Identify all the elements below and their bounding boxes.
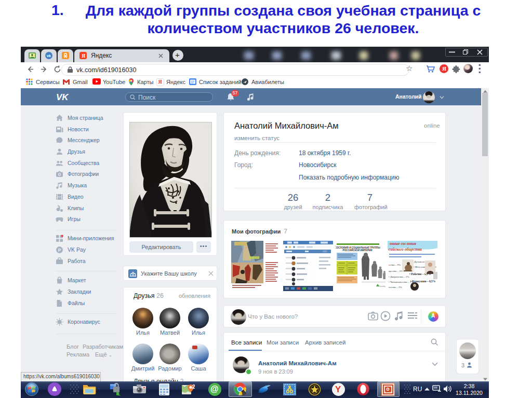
svg-text:• Дворянство – 2%: • Дворянство – 2% <box>389 276 409 278</box>
svg-text:vk: vk <box>47 54 51 58</box>
svg-text:2: 2 <box>192 384 195 390</box>
svg-text:овные сословия: овные сословия <box>390 241 416 246</box>
svg-text:РОССИЙСКОЙ ИМПЕРИИ: РОССИЙСКОЙ ИМПЕРИИ <box>342 248 372 252</box>
svg-text:ество – 9%: ество – 9% <box>389 264 401 266</box>
svg-text:щество – 3%: щество – 3% <box>389 270 403 272</box>
svg-text:P: P <box>58 248 61 253</box>
svg-text:сийского общества: сийского общества <box>389 247 422 252</box>
svg-text:чество – 3%: чество – 3% <box>389 286 402 289</box>
svg-text:• Чиновничество – 1%: • Чиновничество – 1% <box>389 281 414 283</box>
svg-text:Я: Я <box>82 53 86 59</box>
svg-text:ЛекіаБурс: ЛекіаБурс <box>379 285 385 287</box>
svg-text:VK: VK <box>56 92 69 102</box>
